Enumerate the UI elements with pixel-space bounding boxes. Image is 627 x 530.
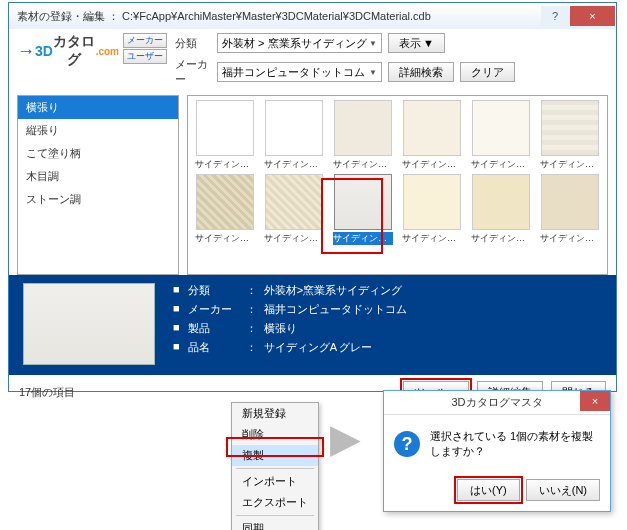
confirm-dialog: 3Dカタログマスタ × ? 選択されている 1個の素材を複製しますか？ はい(Y… [383,390,611,512]
prop-row: ■メーカー：福井コンピュータドットコム [173,302,407,317]
thumbnail-label: サイディングC ホ… [402,158,462,171]
arrow-right-icon: ▶ [330,415,361,461]
menu-export[interactable]: エクスポート [232,492,318,513]
thumbnail-image [196,100,254,156]
list-item[interactable]: 横張り [18,96,178,119]
thumbnail-label: サイディングB ホ… [195,232,255,245]
thumbnail-image [265,100,323,156]
thumbnail-item[interactable]: サイディングC ホ… [399,100,465,171]
category-select[interactable]: 外装材 > 窯業系サイディング ▼ [217,33,382,53]
thumbnail-item[interactable]: サイディングB ホ… [192,174,258,245]
user-button[interactable]: ユーザー [123,49,167,64]
logo-block: → 3D カタログ .com メーカー ユーザー [17,33,167,69]
thumbnail-grid: サイディングいも…サイディングいも…サイディングC グ…サイディングC ホ…サイ… [192,100,603,245]
thumbnail-label: サイディングA ベ… [540,232,600,245]
chevron-down-icon: ▼ [423,37,434,49]
dialog-close-button[interactable]: × [580,391,610,411]
thumbnail-label: サイディングC ベ… [471,158,531,171]
window-title: 素材の登録・編集 ： C:¥FcApp¥ArchiMaster¥Master¥3… [17,9,541,24]
thumbnail-label: サイディングC グ… [333,158,393,171]
thumbnail-item[interactable]: サイディングA ベ… [468,174,534,245]
dialog-title: 3Dカタログマスタ [451,395,542,410]
thumbnail-label: サイディングB ベ… [264,232,324,245]
question-icon: ? [394,431,420,457]
thumbnail-image [196,174,254,230]
thumbnail-image [472,100,530,156]
maker-select[interactable]: 福井コンピュータドットコム ▼ [217,62,382,82]
clear-button[interactable]: クリア [460,62,515,82]
prop-row: ■製品：横張り [173,321,407,336]
list-item[interactable]: ストーン調 [18,188,178,211]
thumbnail-label: サイディングA グ… [333,232,393,245]
thumbnail-label: サイディングいも… [264,158,324,171]
prop-value: 横張り [264,321,297,336]
thumbnail-item[interactable]: サイディングA グ… [330,174,396,245]
bullet-icon: ■ [173,340,180,355]
dialog-message: 選択されている 1個の素材を複製しますか？ [430,429,600,459]
yes-button[interactable]: はい(Y) [457,479,520,501]
thumbnail-image [334,100,392,156]
side-buttons: メーカー ユーザー [123,33,167,64]
logo-catalog: カタログ [53,33,96,69]
category-list[interactable]: 横張り 縦張り こて塗り柄 木目調 ストーン調 [17,95,179,275]
property-list: ■分類：外装材>窯業系サイディング ■メーカー：福井コンピュータドットコム ■製… [173,283,407,367]
prop-value: 福井コンピュータドットコム [264,302,407,317]
thumbnail-label: サイディングA ベ… [471,232,531,245]
titlebar: 素材の登録・編集 ： C:¥FcApp¥ArchiMaster¥Master¥3… [9,3,616,29]
bullet-icon: ■ [173,302,180,317]
thumbnail-image [403,174,461,230]
item-count: 17個の項目 [19,385,75,400]
bullet-icon: ■ [173,283,180,298]
thumbnail-item[interactable]: サイディングB グ… [537,100,603,171]
logo-3d: 3D [35,43,53,59]
tool-menu: 新規登録 削除 複製 インポート エクスポート 同期 メンテナンス [231,402,319,530]
mid-row: 横張り 縦張り こて塗り柄 木目調 ストーン調 サイディングいも…サイディングい… [9,95,616,275]
dialog-titlebar: 3Dカタログマスタ × [384,391,610,415]
thumbnail-item[interactable]: サイディングA ベ… [537,174,603,245]
list-item[interactable]: 縦張り [18,119,178,142]
no-button[interactable]: いいえ(N) [526,479,600,501]
close-button[interactable]: × [570,6,615,26]
maker-button[interactable]: メーカー [123,33,167,48]
prop-value: サイディングA グレー [264,340,373,355]
thumbnail-item[interactable]: サイディングC グ… [330,100,396,171]
chevron-down-icon: ▼ [369,39,377,48]
bullet-icon: ■ [173,321,180,336]
chevron-down-icon: ▼ [369,68,377,77]
thumbnail-item[interactable]: サイディングいも… [192,100,258,171]
thumbnail-item[interactable]: サイディングB ベ… [261,174,327,245]
detail-search-button[interactable]: 詳細検索 [388,62,454,82]
thumbnail-image [472,174,530,230]
logo-com: .com [96,46,119,57]
thumbnail-item[interactable]: サイディングC ベ… [468,100,534,171]
menu-sync[interactable]: 同期 [232,518,318,530]
thumbnail-image [541,174,599,230]
menu-copy[interactable]: 複製 [232,445,318,466]
menu-separator [236,468,314,469]
thumbnail-image [541,100,599,156]
menu-import[interactable]: インポート [232,471,318,492]
prop-value: 外装材>窯業系サイディング [264,283,402,298]
menu-delete[interactable]: 削除 [232,424,318,445]
thumbnail-image [334,174,392,230]
detail-bar: ■分類：外装材>窯業系サイディング ■メーカー：福井コンピュータドットコム ■製… [9,275,616,375]
main-window: 素材の登録・編集 ： C:¥FcApp¥ArchiMaster¥Master¥3… [8,2,617,392]
thumbnail-item[interactable]: サイディングいも… [261,100,327,171]
list-item[interactable]: 木目調 [18,165,178,188]
menu-separator [236,515,314,516]
logo: → 3D カタログ .com [17,33,119,69]
prop-row: ■分類：外装材>窯業系サイディング [173,283,407,298]
preview-image [23,283,155,365]
thumbnail-item[interactable]: サイディングA ホ… [399,174,465,245]
filters: 分類 外装材 > 窯業系サイディング ▼ 表示 ▼ メーカー 福井コンピュータド… [175,33,608,91]
maker-value: 福井コンピュータドットコム [222,65,365,80]
thumbnail-label: サイディングB グ… [540,158,600,171]
thumbnail-panel: サイディングいも…サイディングいも…サイディングC グ…サイディングC ホ…サイ… [187,95,608,275]
prop-row: ■品名：サイディングA グレー [173,340,407,355]
help-button[interactable]: ? [541,6,569,26]
category-label: 分類 [175,36,211,51]
category-value: 外装材 > 窯業系サイディング [222,36,367,51]
menu-new[interactable]: 新規登録 [232,403,318,424]
display-button[interactable]: 表示 ▼ [388,33,445,53]
list-item[interactable]: こて塗り柄 [18,142,178,165]
